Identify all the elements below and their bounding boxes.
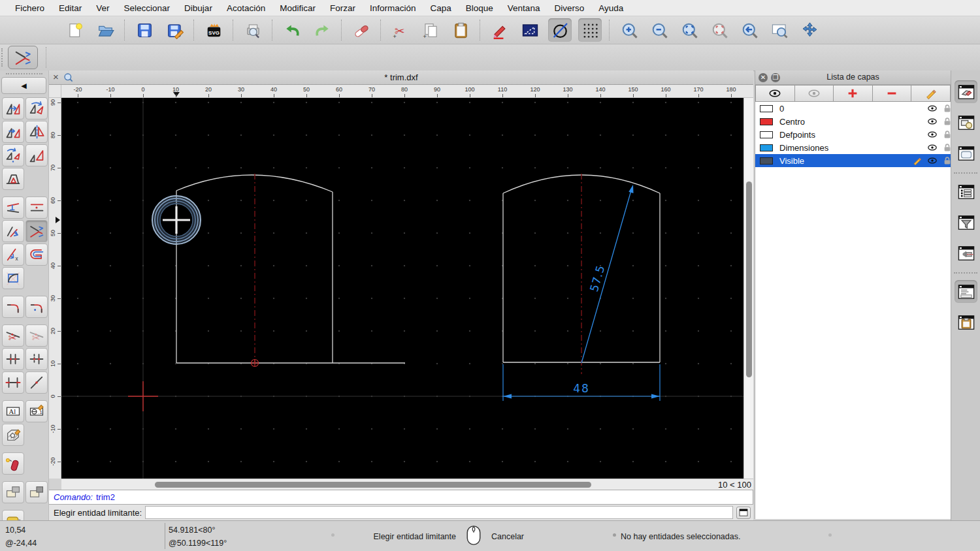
command-input[interactable] — [145, 506, 733, 519]
vertical-scrollbar[interactable] — [743, 98, 753, 479]
divide-button[interactable]: ✂ — [2, 324, 24, 347]
export-svg-button[interactable]: SVG — [202, 18, 225, 42]
menu-fichero[interactable]: Fichero — [8, 3, 52, 13]
menu-acotacion[interactable]: Acotación — [220, 3, 272, 13]
offset-button[interactable] — [25, 197, 48, 219]
zoom-pan-button[interactable] — [798, 18, 821, 42]
menu-capa[interactable]: Capa — [423, 3, 459, 13]
delete-eraser-button[interactable] — [350, 18, 373, 42]
layer-color-swatch[interactable] — [760, 105, 773, 112]
layer-row-visible[interactable]: Visible — [755, 154, 951, 167]
divide-circle-button[interactable] — [548, 18, 572, 42]
arc-polyline-button[interactable] — [2, 267, 24, 289]
layer-visibility-icon[interactable] — [927, 129, 938, 140]
layer-row-0[interactable]: 0 — [755, 102, 951, 115]
menu-dibujar[interactable]: Dibujar — [177, 3, 220, 13]
horizontal-dimension[interactable]: 48 — [503, 364, 660, 401]
selection-filter-toggle-button[interactable] — [955, 211, 977, 234]
zoom-auto-button[interactable] — [678, 18, 701, 42]
menu-ver[interactable]: Ver — [89, 3, 116, 13]
edit-layer-button[interactable] — [911, 85, 951, 102]
save-file-button[interactable] — [133, 18, 156, 42]
trim-button[interactable] — [25, 220, 48, 242]
undo-button[interactable] — [280, 18, 304, 42]
scale-button[interactable] — [25, 144, 48, 166]
select-contour-button[interactable] — [518, 18, 542, 42]
palette-back-button[interactable]: ◀ — [1, 77, 46, 94]
menu-ventana[interactable]: Ventana — [500, 3, 547, 13]
move-copy-button[interactable] — [2, 97, 24, 119]
menu-seleccionar[interactable]: Seleccionar — [117, 3, 178, 13]
zoom-previous-button[interactable] — [738, 18, 761, 42]
horizontal-scrollbar[interactable]: 10 < 100 — [61, 479, 753, 490]
rotate-button[interactable] — [25, 97, 48, 119]
menu-ayuda[interactable]: Ayuda — [591, 3, 630, 13]
command-line-toggle-button[interactable] — [955, 280, 977, 303]
stretch-lines-button[interactable] — [2, 371, 24, 394]
block-explorer-toggle-button[interactable] — [955, 242, 977, 264]
add-layer-button[interactable] — [834, 85, 873, 102]
entity-list-toggle-button[interactable] — [955, 180, 977, 203]
trim-amount-button[interactable]: x — [2, 244, 24, 266]
create-block-button[interactable] — [25, 481, 48, 503]
layer-color-swatch[interactable] — [760, 157, 773, 165]
command-detach-button[interactable] — [736, 507, 751, 519]
mirror-button[interactable] — [25, 121, 48, 143]
stretch-button[interactable] — [2, 168, 24, 190]
library-browser-toggle-button[interactable] — [955, 142, 977, 165]
gap-two-points-button[interactable] — [2, 348, 24, 370]
clipboard-toggle-button[interactable] — [955, 311, 977, 334]
remove-layer-button[interactable] — [873, 85, 912, 102]
offset-polyline-button[interactable] — [25, 244, 48, 266]
hide-all-layers-button[interactable] — [795, 85, 834, 102]
divide-two-button[interactable]: ✂ — [25, 324, 48, 347]
block-list-toggle-button[interactable] — [955, 111, 977, 134]
layer-color-swatch[interactable] — [760, 118, 773, 125]
toolbar-grip[interactable] — [1, 48, 5, 67]
layer-color-swatch[interactable] — [760, 131, 773, 138]
rotate-two-button[interactable] — [2, 144, 24, 166]
zoom-in-button[interactable] — [617, 18, 641, 42]
fillet-trim-button[interactable] — [2, 296, 24, 318]
menu-forzar[interactable]: Forzar — [323, 3, 363, 13]
fillet-round-button[interactable] — [25, 296, 48, 318]
edit-block-button[interactable] — [2, 481, 24, 503]
bevel-button[interactable] — [2, 220, 24, 242]
edit-hatch-button[interactable] — [2, 424, 24, 446]
move-rotate-button[interactable] — [2, 121, 24, 143]
splice-point-button[interactable] — [25, 371, 48, 394]
show-all-layers-button[interactable] — [755, 85, 795, 102]
layer-visibility-icon[interactable] — [927, 155, 938, 166]
layer-visibility-icon[interactable] — [927, 103, 938, 114]
layer-visibility-icon[interactable] — [927, 116, 938, 127]
zoom-window-button[interactable] — [768, 18, 791, 42]
edit-dimension-button[interactable]: .1 — [25, 400, 48, 422]
layer-visibility-icon[interactable] — [927, 142, 938, 153]
menu-bloque[interactable]: Bloque — [459, 3, 500, 13]
cut-button[interactable]: ✂+ — [389, 18, 412, 42]
save-file-as-button[interactable] — [163, 18, 186, 42]
zoom-selection-button[interactable] — [708, 18, 731, 42]
menu-diverso[interactable]: Diverso — [547, 3, 591, 13]
current-tool-button[interactable] — [8, 46, 38, 69]
zoom-out-button[interactable] — [647, 18, 671, 42]
edit-layer-icon[interactable] — [912, 155, 923, 166]
menu-modificar[interactable]: Modificar — [272, 3, 323, 13]
palette-grip[interactable] — [6, 73, 42, 74]
layer-list-toggle-button[interactable] — [955, 80, 977, 103]
layer-row-defpoints[interactable]: Defpoints — [755, 128, 951, 141]
menu-informacion[interactable]: Información — [363, 3, 423, 13]
copy-button[interactable]: + — [419, 18, 442, 42]
vertical-scrollbar-handle[interactable] — [746, 181, 752, 377]
layer-color-swatch[interactable] — [760, 144, 773, 151]
layer-row-centro[interactable]: Centro — [755, 115, 951, 128]
edit-text-button[interactable]: Al — [2, 400, 24, 422]
draw-pencil-button[interactable] — [488, 18, 512, 42]
left-shape[interactable] — [176, 175, 405, 363]
lengthen-button[interactable] — [2, 197, 24, 219]
drawing-canvas[interactable]: 57.5 48 — [61, 98, 743, 479]
aligned-dimension[interactable]: 57.5 — [581, 185, 634, 363]
layer-row-dimensiones[interactable]: Dimensiones — [755, 141, 951, 154]
menu-editar[interactable]: Editar — [52, 3, 89, 13]
explode-button[interactable] — [2, 452, 24, 475]
